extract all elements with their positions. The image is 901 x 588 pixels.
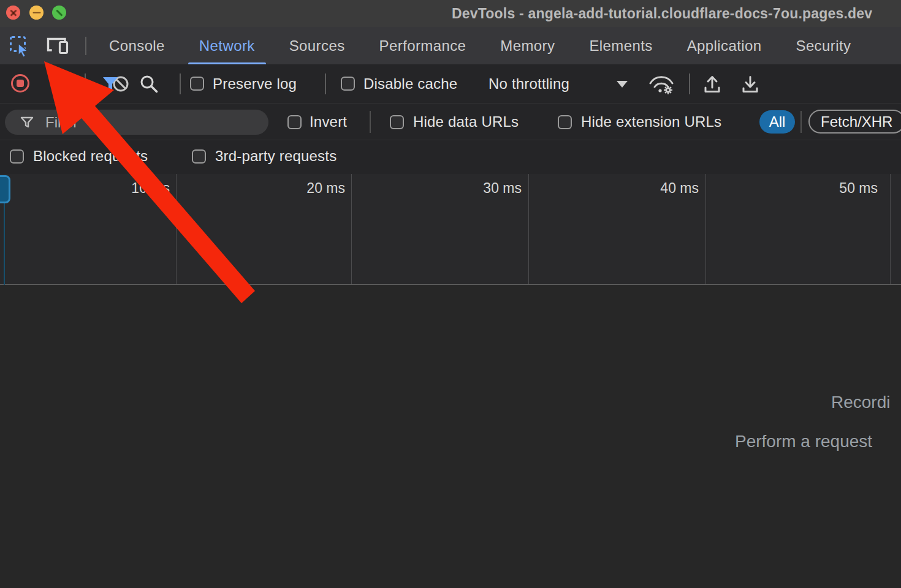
timeline-tick: 50 ms <box>839 180 878 197</box>
filter-chip-all[interactable]: All <box>759 110 795 134</box>
inspect-element-button[interactable] <box>6 32 33 59</box>
timeline-gridline <box>176 174 177 284</box>
network-filter-bar: Filter Invert Hide data URLs Hide extens… <box>0 104 901 140</box>
network-conditions-button[interactable] <box>647 74 675 96</box>
title-bar: DevTools - angela-add-tutorial.cloudflar… <box>0 0 901 27</box>
network-overview-timeline[interactable]: 10 ms 20 ms 30 ms 40 ms 50 ms <box>0 174 901 285</box>
preserve-log-label[interactable]: Preserve log <box>213 75 297 92</box>
search-button[interactable] <box>139 74 159 94</box>
import-har-button[interactable] <box>701 74 723 96</box>
tab-application[interactable]: Application <box>670 27 779 64</box>
tab-memory[interactable]: Memory <box>483 27 572 64</box>
download-icon <box>739 74 761 96</box>
divider <box>325 74 326 94</box>
devtools-tab-bar: Console Network Sources Performance Memo… <box>0 27 901 64</box>
invert-checkbox[interactable] <box>287 115 302 129</box>
tab-performance[interactable]: Performance <box>362 27 484 64</box>
disable-cache-checkbox[interactable] <box>341 77 355 91</box>
export-har-button[interactable] <box>739 74 761 96</box>
funnel-outline-icon <box>20 115 34 130</box>
throttling-select[interactable]: No throttling <box>489 75 569 92</box>
hide-data-urls-label[interactable]: Hide data URLs <box>413 113 519 130</box>
window-title: DevTools - angela-add-tutorial.cloudflar… <box>452 6 872 22</box>
timeline-tick: 20 ms <box>306 180 345 197</box>
timeline-gridline <box>705 174 706 284</box>
search-icon <box>139 74 159 94</box>
divider <box>180 74 181 94</box>
divider <box>85 74 86 94</box>
close-window-icon[interactable] <box>6 6 20 20</box>
record-network-log-button[interactable] <box>11 74 29 92</box>
divider <box>370 111 371 133</box>
upload-icon <box>701 74 723 96</box>
hide-extension-urls-checkbox[interactable] <box>558 115 572 129</box>
tab-sources[interactable]: Sources <box>272 27 362 64</box>
inspect-cursor-icon <box>9 35 31 57</box>
disable-cache-label[interactable]: Disable cache <box>363 75 457 92</box>
requests-empty-panel: Recordi Perform a request <box>0 285 901 588</box>
stop-record-icon <box>17 80 24 87</box>
invert-label[interactable]: Invert <box>310 113 347 130</box>
network-toolbar: Preserve log Disable cache No throttling <box>0 64 901 104</box>
hide-data-urls-checkbox[interactable] <box>390 115 404 129</box>
timeline-gridline <box>890 174 891 284</box>
filter-placeholder: Filter <box>45 110 78 135</box>
third-party-requests-label[interactable]: 3rd-party requests <box>215 148 336 165</box>
device-toolbar-icon <box>46 36 70 56</box>
preserve-log-checkbox[interactable] <box>190 77 204 91</box>
filter-toggle-button[interactable] <box>101 75 120 93</box>
timeline-gridline <box>351 174 352 284</box>
device-toolbar-button[interactable] <box>43 32 74 59</box>
tab-elements[interactable]: Elements <box>572 27 669 64</box>
devtools-window: DevTools - angela-add-tutorial.cloudflar… <box>0 0 901 588</box>
zoom-window-icon[interactable] <box>52 6 66 20</box>
recording-status-text: Recordi <box>831 393 890 412</box>
divider <box>689 74 690 94</box>
funnel-icon <box>101 75 120 93</box>
panel-tabs: Console Network Sources Performance Memo… <box>92 27 868 64</box>
divider <box>800 111 802 133</box>
timeline-tick: 40 ms <box>660 180 699 197</box>
third-party-requests-checkbox[interactable] <box>192 149 206 164</box>
timeline-tick: 30 ms <box>483 180 522 197</box>
wifi-gear-icon <box>647 74 675 96</box>
filter-chip-fetch-xhr[interactable]: Fetch/XHR <box>808 110 901 134</box>
filter-input[interactable]: Filter <box>5 110 268 135</box>
chevron-down-icon[interactable] <box>617 81 628 88</box>
overview-drag-handle[interactable] <box>0 175 10 203</box>
timeline-gridline <box>528 174 529 284</box>
blocked-requests-label[interactable]: Blocked requests <box>33 148 148 165</box>
tab-network[interactable]: Network <box>182 27 272 64</box>
tab-security[interactable]: Security <box>778 27 868 64</box>
tab-console[interactable]: Console <box>92 27 182 64</box>
hide-extension-urls-label[interactable]: Hide extension URLs <box>581 113 721 130</box>
timeline-tick: 10 ms <box>131 180 170 197</box>
blocked-requests-checkbox[interactable] <box>10 149 24 164</box>
divider <box>85 37 86 55</box>
request-flags-bar: Blocked requests 3rd-party requests <box>0 140 901 175</box>
overview-handle-line <box>4 203 5 285</box>
minimize-window-icon[interactable] <box>29 6 44 20</box>
perform-request-hint-text: Perform a request <box>735 432 872 451</box>
